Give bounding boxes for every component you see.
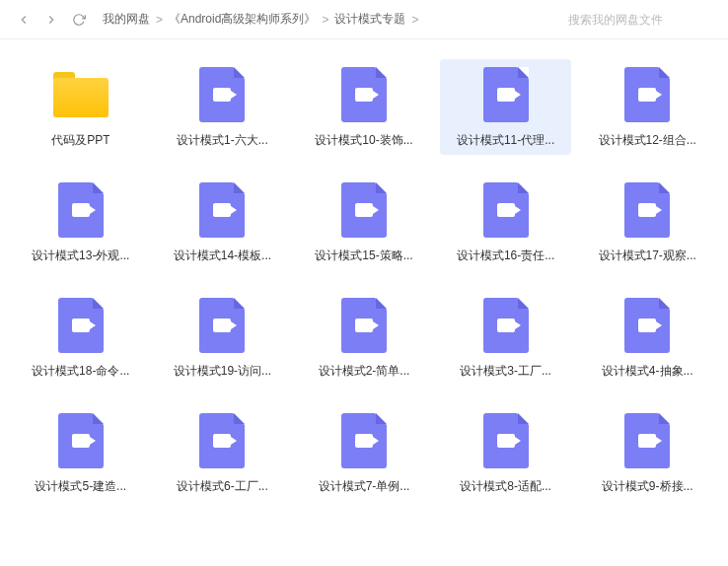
video-item[interactable]: 设计模式17-观察... [581,175,713,270]
breadcrumb-root[interactable]: 我的网盘 [103,11,150,28]
video-file-icon [341,182,387,238]
toolbar: 我的网盘 > 《Android高级架构师系列》 > 设计模式专题 > [0,0,728,39]
refresh-icon [72,13,86,27]
video-file-icon [624,413,670,468]
item-label: 设计模式15-策略... [315,248,412,264]
video-item[interactable]: 设计模式16-责任... [440,175,572,270]
item-label: 设计模式1-六大... [177,132,268,149]
camera-icon [213,434,231,448]
video-file-icon [624,182,670,238]
video-item[interactable]: 设计模式4-抽象... [581,290,713,386]
video-item[interactable]: 设计模式14-模板... [157,175,289,270]
camera-icon [638,88,656,102]
item-label: 设计模式16-责任... [457,248,554,264]
item-label: 设计模式17-观察... [599,248,696,264]
camera-icon [497,318,515,332]
video-file-icon [199,182,245,238]
chevron-right-icon [44,13,58,27]
breadcrumb-sep: > [411,13,418,27]
item-label: 设计模式14-模板... [174,248,271,264]
item-label: 设计模式8-适配... [460,478,551,495]
item-label: 设计模式19-访问... [174,363,271,380]
video-item[interactable]: 设计模式12-组合... [581,59,713,155]
breadcrumb-sep: > [322,13,328,27]
item-label: 设计模式3-工厂... [460,363,551,380]
item-label: 设计模式4-抽象... [602,363,693,380]
chevron-left-icon [17,13,31,27]
video-item[interactable]: 设计模式6-工厂... [157,405,289,501]
video-item[interactable]: 设计模式1-六大... [157,59,289,155]
back-button[interactable] [12,8,36,32]
video-item[interactable]: 设计模式11-代理... [440,59,572,155]
video-item[interactable]: 设计模式5-建造... [15,405,147,501]
video-item[interactable]: 设计模式9-桥接... [581,405,713,501]
camera-icon [213,88,231,102]
video-item[interactable]: 设计模式8-适配... [440,405,572,501]
item-label: 设计模式6-工厂... [177,478,268,495]
camera-icon [355,318,373,332]
item-label: 设计模式10-装饰... [315,132,412,149]
camera-icon [638,318,656,332]
camera-icon [213,318,231,332]
file-grid: 代码及PPT设计模式1-六大...设计模式10-装饰...设计模式11-代理..… [0,39,728,521]
refresh-button[interactable] [67,8,91,32]
camera-icon [497,434,515,448]
item-label: 设计模式13-外观... [32,248,129,264]
folder-icon [53,72,109,117]
video-file-icon [58,182,104,238]
forward-button[interactable] [39,8,63,32]
item-label: 设计模式2-简单... [319,363,410,380]
video-file-icon [341,67,387,122]
video-file-icon [58,413,104,468]
video-item[interactable]: 设计模式18-命令... [15,290,147,386]
video-item[interactable]: 设计模式13-外观... [15,175,147,270]
item-label: 设计模式5-建造... [35,478,126,495]
camera-icon [497,88,515,102]
breadcrumb-path1[interactable]: 《Android高级架构师系列》 [169,11,316,28]
camera-icon [72,203,90,217]
camera-icon [213,203,231,217]
video-item[interactable]: 设计模式3-工厂... [440,290,572,386]
video-item[interactable]: 设计模式15-策略... [298,175,430,270]
video-item[interactable]: 设计模式7-单例... [298,405,430,501]
video-file-icon [624,298,670,353]
camera-icon [638,434,656,448]
video-item[interactable]: 设计模式10-装饰... [298,59,430,155]
camera-icon [355,434,373,448]
camera-icon [638,203,656,217]
video-file-icon [341,298,387,353]
video-file-icon [199,413,245,468]
video-file-icon [341,413,387,468]
item-label: 代码及PPT [51,132,109,149]
item-label: 设计模式11-代理... [457,132,554,149]
video-file-icon [483,182,529,238]
camera-icon [72,318,90,332]
breadcrumb-sep: > [156,13,163,27]
camera-icon [497,203,515,217]
item-label: 设计模式12-组合... [599,132,696,149]
video-file-icon [483,413,529,468]
item-label: 设计模式18-命令... [32,363,129,380]
item-label: 设计模式9-桥接... [602,478,693,495]
video-file-icon [199,67,245,122]
item-label: 设计模式7-单例... [319,478,410,495]
video-file-icon [483,67,529,122]
video-file-icon [483,298,529,353]
camera-icon [355,88,373,102]
video-item[interactable]: 设计模式2-简单... [298,290,430,386]
video-item[interactable]: 设计模式19-访问... [157,290,289,386]
breadcrumb: 我的网盘 > 《Android高级架构师系列》 > 设计模式专题 > [103,11,568,28]
video-file-icon [624,67,670,122]
breadcrumb-path2[interactable]: 设计模式专题 [334,11,405,28]
camera-icon [72,434,90,448]
search-input[interactable] [568,8,716,32]
video-file-icon [58,298,104,353]
camera-icon [355,203,373,217]
folder-item[interactable]: 代码及PPT [15,59,147,155]
video-file-icon [199,298,245,353]
